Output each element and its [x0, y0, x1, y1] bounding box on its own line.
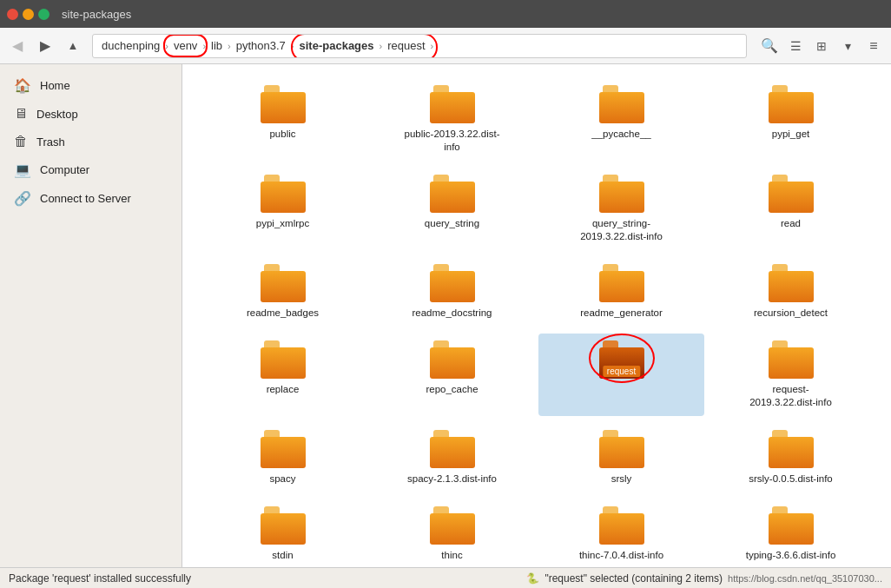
file-item-read[interactable]: read [708, 168, 874, 250]
list-view-button[interactable]: ☰ [783, 34, 808, 58]
breadcrumb-sitepackages[interactable]: site-packages [294, 37, 380, 54]
sidebar-item-desktop[interactable]: 🖥 Desktop [0, 100, 182, 128]
file-item-query_string[interactable]: query_string [369, 168, 535, 250]
trash-icon: 🗑 [14, 134, 28, 149]
python-icon: 🐍 [526, 572, 539, 585]
up-button[interactable]: ▲ [61, 34, 85, 58]
statusbar-url: https://blog.csdn.net/qq_35107030... [728, 573, 882, 584]
folder-icon [430, 506, 475, 545]
file-item-srsly[interactable]: srsly [538, 423, 704, 492]
file-label: thinc-7.0.4.dist-info [579, 549, 663, 562]
file-item-thinc[interactable]: thinc [369, 499, 535, 568]
back-button[interactable]: ◀ [5, 34, 30, 58]
file-item-stdin[interactable]: stdin [200, 499, 366, 568]
connect-icon: 🔗 [14, 190, 31, 207]
breadcrumb-duchenping[interactable]: duchenping [96, 37, 165, 54]
file-label: spacy-2.1.3.dist-info [407, 472, 497, 486]
folder-icon [430, 430, 475, 468]
folder-icon [261, 175, 306, 213]
breadcrumb-lib[interactable]: lib [206, 37, 228, 54]
folder-icon [430, 264, 475, 302]
file-label: srsly-0.0.5.dist-info [749, 472, 833, 486]
file-item-readme_generator[interactable]: readme_generator [538, 257, 704, 327]
sidebar-item-computer[interactable]: 💻 Computer [0, 155, 182, 184]
menu-button[interactable]: ≡ [861, 34, 886, 58]
folder-icon [430, 85, 475, 123]
sidebar-label-trash: Trash [36, 135, 65, 149]
folder-icon [769, 506, 814, 545]
maximize-button[interactable] [38, 9, 50, 20]
folder-icon [599, 175, 644, 213]
folder-icon [599, 506, 644, 545]
file-label: thinc [441, 549, 462, 562]
window-title: site-packages [62, 8, 131, 21]
file-item-readme_docstring[interactable]: readme_docstring [369, 257, 535, 327]
file-item-spacy[interactable]: spacy [200, 423, 366, 492]
file-label: replace [267, 383, 300, 396]
search-button[interactable]: 🔍 [757, 34, 782, 58]
folder-icon [430, 175, 475, 213]
file-item-request_dist[interactable]: request-2019.3.22.dist-info [708, 334, 874, 416]
file-label: typing-3.6.6.dist-info [746, 549, 836, 562]
file-item-public[interactable]: public [200, 78, 366, 161]
file-item-spacy_dist[interactable]: spacy-2.1.3.dist-info [369, 423, 535, 492]
file-item-pycache[interactable]: __pycache__ [538, 78, 704, 161]
file-item-request[interactable]: request request [538, 334, 704, 416]
file-label: readme_docstring [412, 307, 492, 320]
file-grid: public public-2019.3.22.dist-info __pyca… [200, 78, 874, 567]
file-label: recursion_detect [754, 307, 828, 320]
statusbar-left: Package 'request' installed successfully [9, 572, 191, 585]
file-item-pypi_xmlrpc[interactable]: pypi_xmlrpc [200, 168, 366, 250]
statusbar: Package 'request' installed successfully… [0, 567, 891, 588]
minimize-button[interactable] [23, 9, 34, 20]
file-item-public-2019[interactable]: public-2019.3.22.dist-info [369, 78, 535, 161]
folder-icon [769, 175, 814, 213]
statusbar-selected: "request" selected (containing 2 items) [544, 572, 723, 585]
computer-icon: 💻 [14, 162, 31, 178]
folder-icon [261, 430, 306, 468]
statusbar-right: 🐍 "request" selected (containing 2 items… [526, 572, 882, 585]
folder-icon [769, 264, 814, 302]
file-label: __pycache__ [591, 128, 650, 141]
file-item-pypi_get[interactable]: pypi_get [708, 78, 874, 161]
file-item-readme_badges[interactable]: readme_badges [200, 257, 366, 327]
window-controls [7, 9, 50, 20]
breadcrumb-venv[interactable]: venv [168, 37, 202, 54]
grid-view-button[interactable]: ⊞ [809, 34, 834, 58]
breadcrumb-request[interactable]: request [382, 37, 430, 54]
file-item-srsly_dist[interactable]: srsly-0.0.5.dist-info [708, 423, 874, 492]
sidebar-item-connect[interactable]: 🔗 Connect to Server [0, 184, 182, 213]
file-item-query_string_dist[interactable]: query_string-2019.3.22.dist-info [538, 168, 704, 250]
folder-icon [769, 340, 814, 379]
folder-icon [261, 506, 306, 545]
sidebar: 🏠 Home 🖥 Desktop 🗑 Trash 💻 Computer 🔗 Co… [0, 64, 182, 567]
file-label: stdin [272, 549, 293, 562]
file-label: pypi_get [772, 128, 809, 141]
folder-icon [261, 264, 306, 302]
folder-icon [599, 264, 644, 302]
sidebar-label-computer: Computer [40, 163, 89, 176]
file-item-repo_cache[interactable]: repo_cache [369, 334, 535, 416]
file-item-typing_dist[interactable]: typing-3.6.6.dist-info [708, 499, 874, 568]
file-label: read [781, 217, 801, 230]
file-item-replace[interactable]: replace [200, 334, 366, 416]
forward-button[interactable]: ▶ [33, 34, 57, 58]
main-area: 🏠 Home 🖥 Desktop 🗑 Trash 💻 Computer 🔗 Co… [0, 64, 891, 567]
sort-button[interactable]: ▾ [835, 34, 860, 58]
file-item-recursion_detect[interactable]: recursion_detect [708, 257, 874, 327]
file-label: srsly [611, 472, 632, 486]
file-item-thinc_dist[interactable]: thinc-7.0.4.dist-info [538, 499, 704, 568]
sidebar-item-trash[interactable]: 🗑 Trash [0, 128, 182, 155]
close-button[interactable] [7, 9, 18, 20]
file-label: query_string-2019.3.22.dist-info [574, 217, 670, 243]
file-label: spacy [269, 472, 295, 486]
folder-icon: request [599, 340, 644, 379]
sidebar-item-home[interactable]: 🏠 Home [0, 71, 182, 100]
breadcrumb: duchenping › venv › lib › python3.7 › si… [92, 34, 747, 58]
folder-icon [599, 430, 644, 468]
file-label: pypi_xmlrpc [256, 217, 309, 230]
file-label: readme_generator [580, 307, 663, 320]
desktop-icon: 🖥 [14, 106, 28, 122]
toolbar-right: 🔍 ☰ ⊞ ▾ ≡ [757, 34, 886, 58]
breadcrumb-python37[interactable]: python3.7 [231, 37, 291, 54]
